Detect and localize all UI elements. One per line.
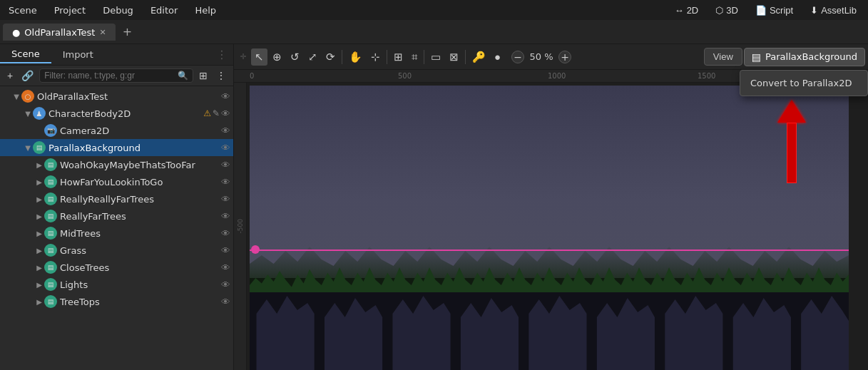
move-tool-btn[interactable]: ⊕	[269, 48, 285, 66]
tree-arrow: ▶	[34, 298, 44, 306]
snap-tool-btn[interactable]: ⊹	[367, 48, 384, 66]
convert-parallax2d-btn[interactable]: Convert to Parallax2D	[740, 73, 867, 93]
tree-label: ReallyReallyFarTrees	[60, 194, 221, 205]
visibility-icon[interactable]: 👁	[221, 143, 230, 153]
menu-project[interactable]: Project	[51, 4, 88, 17]
scale-tool-btn[interactable]: ⤢	[305, 48, 321, 66]
svg-marker-5	[597, 298, 655, 370]
silhouette-row	[250, 292, 849, 370]
2d-label: 2D	[687, 5, 699, 16]
tree-node-closetrees[interactable]: ▶ ▤ CloseTrees 👁	[0, 259, 233, 276]
tree-arrow: ▶	[34, 281, 44, 289]
visibility-icon[interactable]: 👁	[221, 177, 230, 187]
tree-node-charbody2d[interactable]: ▼ ♟ CharacterBody2D ⚠ ✎ 👁	[0, 105, 233, 122]
menu-debug[interactable]: Debug	[100, 4, 136, 17]
parallax-bg-icon: ▤	[752, 51, 761, 63]
visibility-icon[interactable]: 👁	[221, 108, 230, 119]
visibility-icon[interactable]: 👁	[221, 91, 230, 102]
script-button[interactable]: 📄 Script	[750, 4, 799, 17]
zoom-out-btn[interactable]: −	[511, 51, 524, 63]
pan-tool-btn[interactable]: ✋	[345, 48, 366, 66]
svg-marker-6	[665, 296, 723, 370]
visibility-icon[interactable]: 👁	[221, 262, 230, 273]
tab-oldparallaxtest[interactable]: ● OldParallaxTest ✕	[3, 24, 116, 41]
node-icon-camera: 📷	[44, 124, 57, 137]
tree-node-treetops[interactable]: ▶ ▤ TreeTops 👁	[0, 293, 233, 310]
link-node-btn[interactable]: 🔗	[19, 68, 36, 83]
tree-node-oldparallaxtest[interactable]: ▼ ○ OldParallaxTest 👁	[0, 88, 233, 105]
parallax-bg-button[interactable]: ▤ ParallaxBackground	[744, 48, 865, 66]
view-button[interactable]: View	[704, 48, 742, 66]
tree-arrow: ▼	[23, 110, 33, 118]
tree-label: CloseTrees	[60, 262, 221, 273]
anim-btn[interactable]: ●	[491, 48, 504, 65]
tool-separator-3	[424, 50, 424, 64]
tree-node-lights[interactable]: ▶ ▤ Lights 👁	[0, 276, 233, 293]
viewport-canvas[interactable]: -500	[234, 83, 868, 370]
transform-tool-btn[interactable]: ⟳	[322, 48, 339, 66]
anchor-btn[interactable]: ⊠	[446, 48, 462, 66]
tree-node-midtrees[interactable]: ▶ ▤ MidTrees 👁	[0, 225, 233, 242]
node-icon-orange: ○	[21, 90, 34, 103]
filter-btn[interactable]: ⊞	[196, 68, 210, 83]
visibility-icon[interactable]: 👁	[221, 279, 230, 290]
visibility-icon[interactable]: 👁	[221, 297, 230, 307]
tree-node-reallyfar[interactable]: ▶ ▤ ReallyFarTrees 👁	[0, 207, 233, 225]
edit-icon[interactable]: ✎	[213, 108, 220, 118]
panel-tab-scene[interactable]: Scene	[0, 46, 51, 63]
visibility-icon[interactable]: 👁	[221, 228, 230, 239]
main-area: Scene Import ⋮ + 🔗 🔍 ⊞ ⋮ ▼ ○ OldParallax…	[0, 44, 868, 370]
tree-node-woah[interactable]: ▶ ▤ WoahOkayMaybeThatsTooFar 👁	[0, 156, 233, 173]
menu-editor[interactable]: Editor	[148, 4, 180, 17]
tab-close-btn[interactable]: ✕	[99, 28, 106, 37]
zoom-percent: 50 %	[527, 51, 556, 62]
tree-node-grass[interactable]: ▶ ▤ Grass 👁	[0, 242, 233, 259]
tree-label: Camera2D	[60, 125, 221, 136]
tree-label: OldParallaxTest	[37, 91, 221, 102]
3d-button[interactable]: ⬡ 3D	[710, 4, 744, 17]
svg-marker-8	[801, 296, 849, 370]
add-tab-btn[interactable]: +	[118, 24, 136, 40]
grid-snap-btn[interactable]: ⊞	[390, 48, 407, 66]
menu-bar: Scene Project Debug Editor Help ↔ 2D ⬡ 3…	[0, 0, 868, 20]
add-node-btn[interactable]: +	[4, 68, 16, 83]
svg-marker-3	[461, 298, 519, 370]
tree-node-camera2d[interactable]: 📷 Camera2D 👁	[0, 122, 233, 139]
script-icon: 📄	[755, 5, 767, 16]
tree-node-reallyreallyf[interactable]: ▶ ▤ ReallyReallyFarTrees 👁	[0, 190, 233, 207]
rotate-tool-btn[interactable]: ↺	[287, 48, 303, 66]
tree-arrow: ▼	[11, 93, 21, 101]
zoom-in-btn[interactable]: +	[558, 51, 571, 63]
search-filter-box: 🔍	[39, 68, 193, 83]
ruler-mark-1500: 1500	[698, 72, 715, 80]
visibility-icon[interactable]: 👁	[221, 125, 230, 136]
rect-select-btn[interactable]: ▭	[427, 48, 444, 66]
panel-tab-import[interactable]: Import	[51, 46, 105, 63]
ruler-mark-0: 0	[250, 72, 254, 80]
lock-btn[interactable]: 🔑	[469, 48, 489, 66]
panel-options-btn[interactable]: ⋮	[210, 48, 233, 61]
ruler-vertical: -500	[234, 83, 247, 370]
tree-label: MidTrees	[60, 228, 221, 239]
visibility-icon[interactable]: 👁	[221, 211, 230, 222]
pink-dot	[251, 245, 260, 254]
2d-button[interactable]: ↔ 2D	[669, 4, 705, 17]
convert-dropdown: Convert to Parallax2D	[740, 70, 868, 96]
node-icon-teal: ▤	[44, 244, 57, 257]
assetlib-button[interactable]: ⬇ AssetLib	[805, 4, 862, 17]
menu-scene[interactable]: Scene	[6, 4, 40, 17]
visibility-icon[interactable]: 👁	[221, 245, 230, 256]
more-options-btn[interactable]: ⋮	[213, 68, 229, 83]
2d-icon: ↔	[675, 5, 684, 16]
visibility-icon[interactable]: 👁	[221, 194, 230, 205]
select-tool-btn[interactable]: ↖	[251, 48, 267, 66]
node-icon-teal: ▤	[44, 295, 57, 308]
svg-marker-1	[325, 298, 382, 370]
tree-node-howfar[interactable]: ▶ ▤ HowFarYouLookinToGo 👁	[0, 173, 233, 190]
search-input[interactable]	[44, 71, 175, 81]
pixel-snap-btn[interactable]: ⌗	[408, 48, 421, 66]
visibility-icon[interactable]: 👁	[221, 160, 230, 170]
tree-node-parallaxbackground[interactable]: ▼ ▤ ParallaxBackground 👁	[0, 139, 233, 156]
menu-help[interactable]: Help	[192, 4, 219, 17]
tree-label-lights: Lights	[60, 279, 221, 290]
